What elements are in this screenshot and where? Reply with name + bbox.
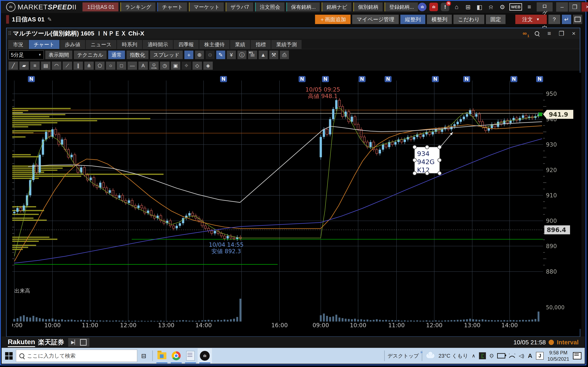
- index-mode-button[interactable]: 指数化: [127, 50, 148, 59]
- crosshair-tool[interactable]: ＋: [184, 50, 193, 59]
- hidden-icons-chevron[interactable]: ∧: [472, 353, 476, 359]
- pencil-tool[interactable]: ▰: [19, 62, 29, 70]
- app-tab-8[interactable]: 銘柄ナビ: [321, 2, 351, 11]
- eraser-all-tool[interactable]: ◈: [203, 62, 213, 70]
- tab-指標[interactable]: 指標: [251, 40, 271, 49]
- area-chart-tool[interactable]: ▲: [259, 50, 268, 59]
- timeframe-select[interactable]: 5分足▼: [9, 50, 44, 59]
- taskbar-app-marketspeed[interactable]: ılı: [198, 348, 212, 363]
- pitchfork-tool[interactable]: ⋔: [84, 62, 94, 70]
- restore-button[interactable]: ❐: [569, 2, 581, 12]
- app-tab-2[interactable]: ランキング: [120, 2, 155, 11]
- pentagon-tool[interactable]: ⬠: [95, 62, 104, 70]
- weather-label[interactable]: 23°C くもり: [439, 352, 468, 359]
- logout-button[interactable]: ログアウト: [537, 2, 553, 11]
- app-tab-10[interactable]: 登録銘柄...: [384, 2, 418, 11]
- price-chart-canvas[interactable]: [12, 73, 581, 329]
- pin-button[interactable]: 固定: [486, 15, 506, 24]
- link-icon[interactable]: ∞1: [521, 29, 529, 38]
- camera-icon[interactable]: ʘ̣: [490, 353, 493, 359]
- eraser-tool[interactable]: ◇: [192, 62, 202, 70]
- help-button[interactable]: ?: [548, 15, 560, 24]
- fan-lines-tool[interactable]: ⟋: [63, 62, 72, 70]
- menu-icon[interactable]: ≡: [525, 3, 534, 11]
- draw-tool[interactable]: ✎: [216, 50, 225, 59]
- app-tab-4[interactable]: マーケット: [189, 2, 224, 11]
- chart-square-icon[interactable]: ılı: [429, 3, 438, 11]
- app-tab-6[interactable]: 注文照会: [255, 2, 285, 11]
- chart-circle-icon[interactable]: ılı: [418, 3, 426, 11]
- duplicate-window-icon[interactable]: ❐: [557, 29, 566, 38]
- taskbar-search-box[interactable]: ここに入力して検索: [16, 350, 137, 362]
- ime-mode-a[interactable]: A: [528, 352, 532, 359]
- web-icon[interactable]: WEB: [509, 3, 522, 11]
- info-tool[interactable]: ⓘ: [237, 50, 246, 59]
- close-window-icon[interactable]: ×: [570, 29, 578, 38]
- close-button[interactable]: ×: [581, 2, 588, 12]
- tab-時系列[interactable]: 時系列: [117, 40, 142, 49]
- drag-grip-icon[interactable]: ⠿: [8, 30, 11, 37]
- horizontal-align-button[interactable]: 横整列: [427, 15, 452, 24]
- app-tab-3[interactable]: チャート: [157, 2, 187, 11]
- ellipse-tool[interactable]: ○: [106, 62, 115, 70]
- settings-gear-icon[interactable]: ⚙: [498, 3, 507, 11]
- window-menu-icon[interactable]: ≡: [545, 29, 553, 38]
- vlines-tool[interactable]: ∥: [73, 62, 83, 70]
- fibonacci-arc-tool[interactable]: ◠: [52, 62, 61, 70]
- weather-cloud-icon[interactable]: [426, 353, 435, 359]
- add-screen-button[interactable]: ＋画面追加: [315, 15, 351, 24]
- window-title-bar[interactable]: ⠿ マルチツール(個別銘柄) 1605 ＩＮＰＥＸ Chi-X ∞1 ≡ ❐ ×: [7, 28, 580, 39]
- home-icon[interactable]: ⌂: [452, 3, 461, 11]
- tab-業績[interactable]: 業績: [230, 40, 250, 49]
- taskbar-app-chrome[interactable]: [169, 348, 183, 363]
- wifi-icon[interactable]: [509, 354, 515, 358]
- hlines3-tool[interactable]: ≡: [30, 62, 40, 70]
- action-center-icon[interactable]: [573, 352, 581, 359]
- order-button[interactable]: 注文▼: [515, 15, 547, 24]
- tab-市況[interactable]: 市況: [8, 40, 28, 49]
- add-window-icon[interactable]: ⊞: [464, 3, 472, 11]
- taskbar-app-explorer[interactable]: [155, 348, 169, 363]
- bell-icon[interactable]: ⍾: [486, 3, 495, 11]
- panel-expand-button[interactable]: ▶▏: [68, 338, 89, 347]
- tab-業績予測[interactable]: 業績予測: [271, 40, 302, 49]
- tab-歩み値[interactable]: 歩み値: [60, 40, 85, 49]
- tab-四季報[interactable]: 四季報: [173, 40, 199, 49]
- ime-mode-j[interactable]: J: [536, 352, 544, 360]
- alert-icon[interactable]: !N: [441, 3, 449, 11]
- tray-app-icon[interactable]: ⣏: [479, 352, 486, 359]
- battery-icon[interactable]: [497, 353, 505, 359]
- hlines4-tool[interactable]: ▤: [41, 62, 51, 70]
- edit-page-icon[interactable]: ✎: [47, 16, 52, 23]
- text-tool[interactable]: A: [138, 62, 148, 70]
- my-chart-tool[interactable]: ılıMY: [248, 50, 257, 59]
- icon-stamp-tool[interactable]: ☺ICON: [149, 62, 159, 70]
- app-tab-7[interactable]: 保有銘柄...: [286, 2, 320, 11]
- tab-適時開示[interactable]: 適時開示: [143, 40, 173, 49]
- print-tool[interactable]: ⎙: [280, 50, 289, 59]
- app-tab-9[interactable]: 個別銘柄: [353, 2, 383, 11]
- taskbar-app-notepad[interactable]: [183, 348, 198, 363]
- search-icon[interactable]: [533, 29, 541, 38]
- settings-wrench-tool[interactable]: ⚒: [269, 50, 278, 59]
- trendline-tool[interactable]: ╱: [9, 62, 18, 70]
- tab-株主優待[interactable]: 株主優待: [199, 40, 229, 49]
- taskbar-clock[interactable]: 9:58 PM 10/5/2021: [547, 350, 569, 362]
- rectangle-tool[interactable]: □: [117, 62, 126, 70]
- minimize-button[interactable]: –: [556, 2, 568, 12]
- time-marker-tool[interactable]: ◷: [160, 62, 169, 70]
- speaker-icon[interactable]: ◁): [519, 353, 524, 359]
- panel-toggle-icon[interactable]: ◧: [475, 3, 484, 11]
- spread-mode-button[interactable]: スプレッド: [150, 50, 183, 59]
- kodawari-button[interactable]: こだわり: [453, 15, 484, 24]
- yen-tool[interactable]: ¥: [227, 50, 236, 59]
- tab-ニュース[interactable]: ニュース: [86, 40, 116, 49]
- copy-tool[interactable]: ▣: [171, 62, 180, 70]
- link-window-button[interactable]: ↵: [562, 15, 571, 24]
- mypage-manage-button[interactable]: マイページ管理: [352, 15, 399, 24]
- technical-button[interactable]: テクニカル: [74, 50, 107, 59]
- app-tab-1[interactable]: 1日信AS 01: [82, 2, 118, 11]
- start-button[interactable]: [2, 348, 16, 364]
- zoom-in-tool[interactable]: ⊕: [195, 50, 204, 59]
- app-tab-5[interactable]: ザラバ7: [226, 2, 253, 11]
